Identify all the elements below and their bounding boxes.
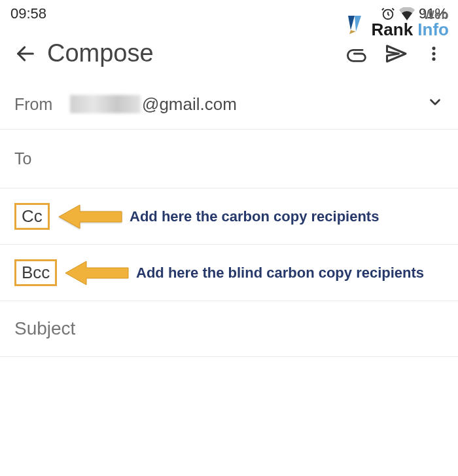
watermark-line2: Rank Info [372, 21, 449, 38]
watermark: Web Rank Info [344, 9, 449, 38]
from-domain: @gmail.com [142, 94, 237, 115]
watermark-logo-icon [344, 12, 370, 38]
from-expand[interactable] [427, 94, 444, 115]
back-button[interactable] [14, 43, 46, 65]
chevron-down-icon [427, 94, 444, 111]
svg-point-4 [432, 52, 435, 55]
more-vert-icon [425, 43, 443, 65]
svg-marker-2 [387, 46, 406, 62]
to-field[interactable]: To [0, 130, 458, 189]
cc-field[interactable]: Cc Add here the carbon copy recipients [0, 189, 458, 245]
svg-point-5 [432, 57, 435, 60]
send-icon [384, 42, 408, 65]
more-button[interactable] [415, 43, 453, 65]
bcc-label: Bcc [14, 259, 57, 286]
svg-marker-7 [65, 261, 128, 285]
page-title: Compose [47, 39, 339, 67]
from-redacted [70, 95, 141, 113]
bcc-annotation-text: Add here the blind carbon copy recipient… [136, 265, 424, 282]
arrow-icon [58, 202, 123, 231]
svg-marker-6 [59, 205, 122, 229]
bcc-field[interactable]: Bcc Add here the blind carbon copy recip… [0, 245, 458, 301]
cc-annotation-text: Add here the carbon copy recipients [130, 208, 379, 225]
bcc-annotation: Add here the blind carbon copy recipient… [64, 259, 424, 287]
from-field[interactable]: From @gmail.com [0, 79, 458, 130]
subject-label: Subject [14, 318, 75, 339]
paperclip-icon [347, 43, 369, 65]
send-button[interactable] [377, 42, 415, 65]
status-time: 09:58 [10, 5, 46, 22]
subject-field[interactable]: Subject [0, 301, 458, 357]
cc-label: Cc [14, 203, 50, 230]
to-label: To [14, 149, 70, 168]
arrow-icon [64, 259, 130, 287]
svg-point-3 [432, 46, 435, 50]
attach-button[interactable] [339, 43, 377, 65]
from-label: From [14, 95, 70, 114]
cc-annotation: Add here the carbon copy recipients [58, 202, 379, 231]
from-value: @gmail.com [70, 94, 237, 115]
arrow-left-icon [14, 43, 37, 65]
